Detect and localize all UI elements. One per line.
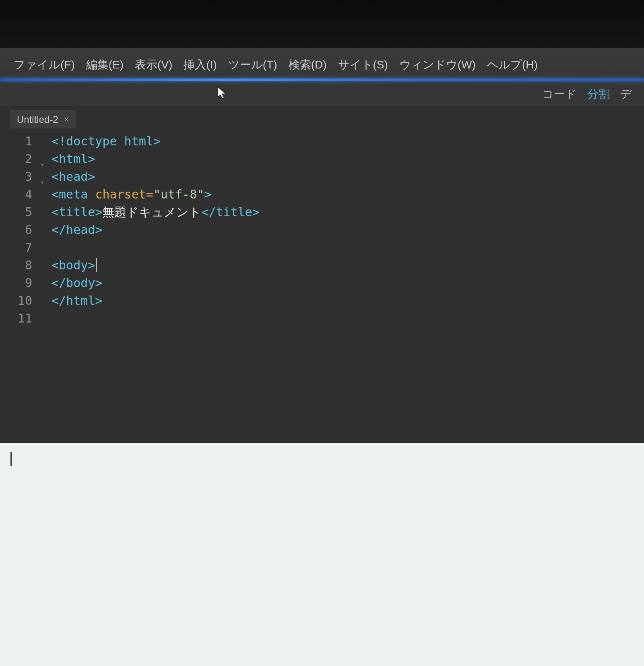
code-line[interactable]: <!doctype html>: [52, 132, 260, 150]
line-number: 1: [0, 132, 37, 150]
code-line[interactable]: <meta charset="utf-8">: [52, 186, 260, 203]
menu-edit[interactable]: 編集(E): [86, 57, 124, 72]
code-line[interactable]: </head>: [52, 221, 260, 239]
menu-file[interactable]: ファイル(F): [14, 57, 75, 72]
view-code-button[interactable]: コード: [542, 87, 577, 102]
code-line[interactable]: </body>: [52, 274, 260, 292]
menu-insert[interactable]: 挿入(I): [184, 57, 217, 72]
code-line[interactable]: <html>: [52, 150, 260, 168]
menu-window[interactable]: ウィンドウ(W): [399, 57, 476, 72]
close-icon[interactable]: ×: [64, 114, 69, 125]
monitor-bezel: [0, 0, 644, 48]
menu-search[interactable]: 検索(D): [289, 57, 327, 72]
menu-help[interactable]: ヘルプ(H): [487, 57, 538, 72]
app-window: ファイル(F) 編集(E) 表示(V) 挿入(I) ツール(T) 検索(D) サ…: [0, 0, 644, 666]
line-number: 6: [0, 221, 37, 239]
code-line[interactable]: <body>: [52, 256, 260, 274]
code-line[interactable]: [52, 239, 260, 256]
document-tab-strip: Untitled-2 ×: [0, 106, 644, 128]
menu-site[interactable]: サイト(S): [338, 57, 388, 72]
live-preview-pane[interactable]: [0, 443, 644, 666]
line-number: 10: [0, 292, 37, 310]
line-number: 3▾: [0, 168, 37, 186]
fold-toggle-icon[interactable]: ▾: [40, 174, 44, 191]
code-line[interactable]: [52, 310, 260, 327]
menu-view[interactable]: 表示(V): [135, 57, 172, 72]
document-tab-title: Untitled-2: [17, 114, 58, 125]
line-number: 5: [0, 203, 37, 221]
document-tab[interactable]: Untitled-2 ×: [10, 110, 76, 128]
code-line[interactable]: <title>無題ドキュメント</title>: [52, 203, 260, 221]
line-number: 9: [0, 274, 37, 292]
code-line[interactable]: <head>: [52, 168, 260, 186]
code-line[interactable]: </html>: [52, 292, 260, 310]
view-design-button[interactable]: デ: [620, 87, 632, 102]
menu-bar: ファイル(F) 編集(E) 表示(V) 挿入(I) ツール(T) 検索(D) サ…: [0, 48, 644, 81]
line-number: 2▾: [0, 150, 37, 168]
preview-text-caret: [10, 452, 12, 466]
line-number-gutter: 12▾3▾4567891011: [0, 128, 37, 443]
fold-toggle-icon[interactable]: ▾: [40, 156, 44, 174]
menu-tools[interactable]: ツール(T): [228, 57, 277, 72]
line-number: 4: [0, 186, 37, 203]
code-editor[interactable]: 12▾3▾4567891011 <!doctype html><html><he…: [0, 128, 644, 443]
line-number: 7: [0, 239, 37, 256]
line-number: 8: [0, 256, 37, 274]
line-number: 11: [0, 310, 37, 327]
view-split-button[interactable]: 分割: [587, 87, 610, 102]
view-mode-bar: コード 分割 デ: [0, 81, 644, 106]
code-area[interactable]: <!doctype html><html><head><meta charset…: [37, 128, 260, 443]
